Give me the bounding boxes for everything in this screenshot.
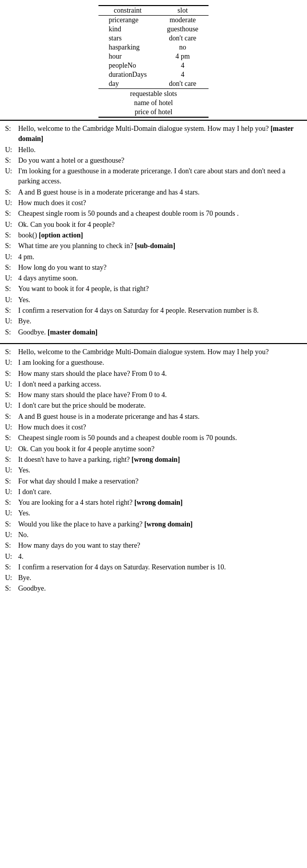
speaker-label: U:: [5, 166, 16, 187]
speaker-label: U:: [5, 465, 16, 475]
utterance-text: I'm looking for a guesthouse in a modera…: [18, 166, 302, 187]
dialogue-line: U:I'm looking for a guesthouse in a mode…: [5, 166, 302, 187]
action-tag: [option action]: [39, 231, 83, 239]
utterance-text: book() [option action]: [18, 230, 302, 240]
constraint-cell: pricerange: [98, 16, 157, 25]
speaker-label: U:: [5, 530, 16, 540]
dialogue-line: S:For what day should I make a reservati…: [5, 476, 302, 487]
slot-cell: 4: [157, 61, 209, 70]
utterance-text: How many days do you want to stay there?: [18, 541, 302, 551]
utterance-text: Goodbye.: [18, 584, 302, 594]
col-header-slot: slot: [157, 6, 209, 16]
utterance-text: How much does it cost?: [18, 198, 302, 208]
dialogue-line: U:Yes.: [5, 465, 302, 475]
constraint-cell: stars: [98, 34, 157, 43]
dialogue-line: S:You are looking for a 4 stars hotel ri…: [5, 498, 302, 508]
action-tag: [wrong domain]: [144, 520, 193, 528]
speaker-label: S:: [5, 327, 16, 337]
dialogue-line: U:I don't care but the price should be m…: [5, 401, 302, 411]
utterance-text: No.: [18, 530, 302, 540]
speaker-label: S:: [5, 230, 16, 240]
action-tag: [master domain]: [47, 328, 97, 336]
dialogue-line: S:A and B guest house is in a moderate p…: [5, 187, 302, 198]
utterance-text: Yes.: [18, 295, 302, 305]
dialogue-line: S:How long do you want to stay?: [5, 263, 302, 273]
requestable-item: name of hotel: [98, 99, 209, 108]
utterance-text: You want to book it for 4 people, is tha…: [18, 284, 302, 294]
utterance-text: Goodbye. [master domain]: [18, 327, 302, 337]
utterance-text: 4.: [18, 552, 302, 562]
speaker-label: S:: [5, 284, 16, 294]
utterance-text: Ok. Can you book it for 4 people?: [18, 220, 302, 230]
speaker-label: U:: [5, 508, 16, 518]
action-tag: [wrong domain]: [134, 499, 183, 506]
speaker-label: S:: [5, 306, 16, 316]
constraint-cell: hour: [98, 52, 157, 61]
utterance-text: Cheapest single room is 50 pounds and a …: [18, 433, 302, 443]
dialogue-line: U:4.: [5, 552, 302, 562]
dialogue-line: U:How much does it cost?: [5, 422, 302, 432]
speaker-label: S:: [5, 347, 16, 357]
utterance-text: Do you want a hotel or a guesthouse?: [18, 156, 302, 166]
speaker-label: S:: [5, 562, 16, 572]
dialogue-line: S:book() [option action]: [5, 230, 302, 240]
constraint-cell: day: [98, 79, 157, 89]
dialogue-line: U:Hello.: [5, 145, 302, 155]
utterance-text: Hello.: [18, 145, 302, 155]
utterance-text: A and B guest house is in a moderate pri…: [18, 187, 302, 198]
utterance-text: 4 pm.: [18, 252, 302, 262]
utterance-text: 4 days anytime soon.: [18, 273, 302, 283]
dialogue-line: U:4 pm.: [5, 252, 302, 262]
utterance-text: Yes.: [18, 465, 302, 475]
speaker-label: U:: [5, 487, 16, 497]
constraint-cell: peopleNo: [98, 61, 157, 70]
utterance-text: I confirm a reservation for 4 days on Sa…: [18, 306, 302, 316]
dialogue-line: U:Ok. Can you book it for 4 people?: [5, 220, 302, 230]
speaker-label: S:: [5, 241, 16, 251]
utterance-text: How many stars should the place have? Fr…: [18, 369, 302, 379]
utterance-text: Hello, welcome to the Cambridge Multi-Do…: [18, 347, 302, 357]
utterance-text: I don't care but the price should be mod…: [18, 401, 302, 411]
dialogue-line: U:I am looking for a guesthouse.: [5, 358, 302, 368]
speaker-label: S:: [5, 433, 16, 443]
utterance-text: Bye.: [18, 573, 302, 583]
speaker-label: U:: [5, 220, 16, 230]
dialogue-line: U:Ok. Can you book it for 4 people anyti…: [5, 444, 302, 454]
speaker-label: S:: [5, 412, 16, 422]
col-header-constraint: constraint: [98, 6, 157, 16]
speaker-label: S:: [5, 156, 16, 166]
requestable-item: price of hotel: [98, 108, 209, 117]
action-tag: [master domain]: [18, 125, 293, 142]
dialogue-line: S:Do you want a hotel or a guesthouse?: [5, 156, 302, 166]
slot-cell: moderate: [157, 16, 209, 25]
utterance-text: What time are you planning to check in? …: [18, 241, 302, 251]
speaker-label: U:: [5, 252, 16, 262]
dialogue-line: S:Hello, welcome to the Cambridge Multi-…: [5, 347, 302, 357]
dialogue-line: U:Bye.: [5, 573, 302, 583]
utterance-text: I am looking for a guesthouse.: [18, 358, 302, 368]
dialogue-line: S:Hello, welcome to the Cambridge Multi-…: [5, 124, 302, 144]
utterance-text: How long do you want to stay?: [18, 263, 302, 273]
dialogue-line: S:You want to book it for 4 people, is t…: [5, 284, 302, 294]
dialogue-line: U:4 days anytime soon.: [5, 273, 302, 283]
dialogue-line: U:I don't need a parking access.: [5, 379, 302, 390]
speaker-label: S:: [5, 187, 16, 198]
dialogue-line: S:How many stars should the place have? …: [5, 390, 302, 400]
speaker-label: S:: [5, 541, 16, 551]
dialogue-line: U:Yes.: [5, 508, 302, 518]
speaker-label: S:: [5, 476, 16, 487]
dialogue-section-1: S:Hello, welcome to the Cambridge Multi-…: [0, 120, 307, 341]
utterance-text: Yes.: [18, 508, 302, 518]
dialogue-section-2: S:Hello, welcome to the Cambridge Multi-…: [0, 343, 307, 598]
speaker-label: S:: [5, 455, 16, 465]
utterance-text: A and B guest house is in a moderate pri…: [18, 412, 302, 422]
speaker-label: S:: [5, 369, 16, 379]
slot-cell: 4: [157, 70, 209, 79]
dialogue-line: S:I confirm a reservation for 4 days on …: [5, 562, 302, 572]
constraint-table: constraint slot pricerangemoderatekindgu…: [98, 5, 209, 118]
dialogue-line: S:How many days do you want to stay ther…: [5, 541, 302, 551]
constraint-cell: hasparking: [98, 43, 157, 52]
speaker-label: U:: [5, 295, 16, 305]
dialogue-line: U:I don't care.: [5, 487, 302, 497]
dialogue-line: U:How much does it cost?: [5, 198, 302, 208]
